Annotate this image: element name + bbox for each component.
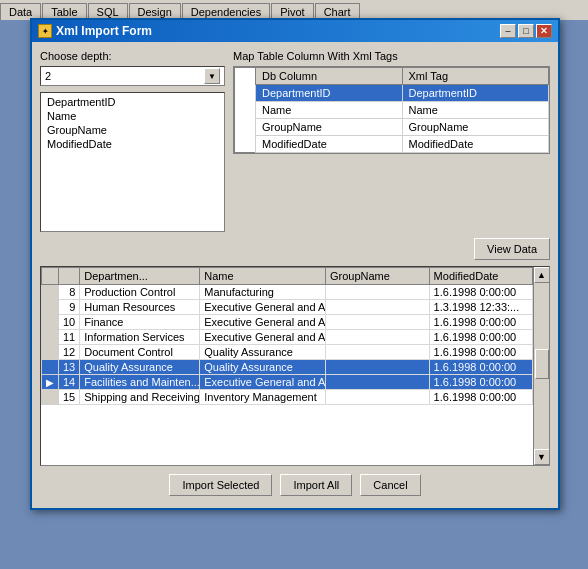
import-selected-button[interactable]: Import Selected: [169, 474, 272, 496]
row-indicator: [42, 345, 59, 360]
row-group: Executive General and A...: [200, 315, 326, 330]
grid-header-id: [59, 268, 80, 285]
data-grid[interactable]: Departmen... Name GroupName ModifiedDate…: [41, 267, 533, 465]
scroll-down-button[interactable]: ▼: [534, 449, 550, 465]
db-col-value: Name: [256, 102, 403, 119]
grid-table: Departmen... Name GroupName ModifiedDate…: [41, 267, 533, 405]
row-indicator: [42, 300, 59, 315]
map-label: Map Table Column With Xml Tags: [233, 50, 550, 62]
row-date: 1.6.1998 0:00:00: [429, 360, 532, 375]
table-row[interactable]: 9 Human Resources Executive General and …: [42, 300, 533, 315]
combo-arrow-icon[interactable]: ▼: [204, 68, 220, 84]
map-row[interactable]: ▶ DepartmentID DepartmentID: [235, 85, 549, 102]
row-name: Document Control: [80, 345, 200, 360]
grid-header-row: Departmen... Name GroupName ModifiedDate: [42, 268, 533, 285]
map-row[interactable]: GroupName GroupName: [235, 119, 549, 136]
map-table-container: Db Column Xml Tag ▶ DepartmentID Departm…: [233, 66, 550, 154]
right-panel: Map Table Column With Xml Tags Db Column…: [233, 50, 550, 232]
row-indicator: [42, 390, 59, 405]
depth-combo[interactable]: 2 ▼: [40, 66, 225, 86]
xml-tag-header: Xml Tag: [402, 68, 549, 85]
row-indicator: [42, 360, 59, 375]
map-row[interactable]: Name Name: [235, 102, 549, 119]
row-date: 1.6.1998 0:00:00: [429, 285, 532, 300]
list-item[interactable]: GroupName: [45, 123, 220, 137]
row-group: Executive General and A...: [200, 375, 326, 390]
row-name: Production Control: [80, 285, 200, 300]
row-date: 1.3.1998 12:33:...: [429, 300, 532, 315]
grid-wrapper: Departmen... Name GroupName ModifiedDate…: [41, 267, 549, 465]
vertical-scrollbar[interactable]: ▲ ▼: [533, 267, 549, 465]
grid-header-groupname: GroupName: [325, 268, 429, 285]
table-row[interactable]: 12 Document Control Quality Assurance 1.…: [42, 345, 533, 360]
bottom-buttons: Import Selected Import All Cancel: [40, 466, 550, 500]
row-group: Quality Assurance: [200, 360, 326, 375]
xml-import-dialog: ✦ Xml Import Form – □ ✕ Choose depth: 2 …: [30, 18, 560, 510]
data-grid-container: Departmen... Name GroupName ModifiedDate…: [40, 266, 550, 466]
row-group: Inventory Management: [200, 390, 326, 405]
row-arrow-header: [235, 68, 256, 85]
table-row[interactable]: 13 Quality Assurance Quality Assurance 1…: [42, 360, 533, 375]
row-name: Shipping and Receiving: [80, 390, 200, 405]
xml-tag-value: DepartmentID: [402, 85, 549, 102]
cancel-button[interactable]: Cancel: [360, 474, 420, 496]
maximize-button[interactable]: □: [518, 24, 534, 38]
db-col-value: GroupName: [256, 119, 403, 136]
grid-header-date: ModifiedDate: [429, 268, 532, 285]
row-date: 1.6.1998 0:00:00: [429, 345, 532, 360]
table-row[interactable]: 10 Finance Executive General and A... 1.…: [42, 315, 533, 330]
row-id: 15: [59, 390, 80, 405]
map-row[interactable]: ModifiedDate ModifiedDate: [235, 136, 549, 153]
row-name: Finance: [80, 315, 200, 330]
list-item[interactable]: ModifiedDate: [45, 137, 220, 151]
grid-header-name: Departmen...: [80, 268, 200, 285]
db-col-value: DepartmentID: [256, 85, 403, 102]
row-group: Quality Assurance: [200, 345, 326, 360]
row-name: Quality Assurance: [80, 360, 200, 375]
table-row[interactable]: 15 Shipping and Receiving Inventory Mana…: [42, 390, 533, 405]
row-id: 8: [59, 285, 80, 300]
row-name: Facilities and Mainten...: [80, 375, 200, 390]
top-section: Choose depth: 2 ▼ DepartmentID Name Grou…: [40, 50, 550, 232]
import-all-button[interactable]: Import All: [280, 474, 352, 496]
dialog-title-bar: ✦ Xml Import Form – □ ✕: [32, 20, 558, 42]
depth-label: Choose depth:: [40, 50, 225, 62]
row-indicator: [235, 119, 256, 136]
scroll-up-button[interactable]: ▲: [534, 267, 550, 283]
row-id: 12: [59, 345, 80, 360]
list-item[interactable]: DepartmentID: [45, 95, 220, 109]
table-row[interactable]: 8 Production Control Manufacturing 1.6.1…: [42, 285, 533, 300]
row-indicator: [42, 285, 59, 300]
close-button[interactable]: ✕: [536, 24, 552, 38]
dialog-title: Xml Import Form: [56, 24, 152, 38]
row-group: Executive General and A...: [200, 300, 326, 315]
row-groupname: [325, 315, 429, 330]
row-indicator: [42, 330, 59, 345]
row-group: Executive General and A...: [200, 330, 326, 345]
row-date: 1.6.1998 0:00:00: [429, 390, 532, 405]
xml-tag-value: ModifiedDate: [402, 136, 549, 153]
map-table: Db Column Xml Tag ▶ DepartmentID Departm…: [234, 67, 549, 153]
row-indicator: ▶: [235, 85, 256, 102]
row-name: Information Services: [80, 330, 200, 345]
row-date: 1.6.1998 0:00:00: [429, 375, 532, 390]
row-groupname: [325, 390, 429, 405]
db-column-header: Db Column: [256, 68, 403, 85]
row-groupname: [325, 375, 429, 390]
list-item[interactable]: Name: [45, 109, 220, 123]
table-row[interactable]: ▶ 14 Facilities and Mainten... Executive…: [42, 375, 533, 390]
dialog-content: Choose depth: 2 ▼ DepartmentID Name Grou…: [32, 42, 558, 508]
xml-tag-value: Name: [402, 102, 549, 119]
row-id: 9: [59, 300, 80, 315]
row-indicator: [235, 102, 256, 119]
row-id: 13: [59, 360, 80, 375]
row-indicator: ▶: [42, 375, 59, 390]
view-data-button[interactable]: View Data: [474, 238, 550, 260]
minimize-button[interactable]: –: [500, 24, 516, 38]
row-groupname: [325, 330, 429, 345]
scroll-track[interactable]: [534, 283, 550, 449]
row-indicator: [42, 315, 59, 330]
table-row[interactable]: 11 Information Services Executive Genera…: [42, 330, 533, 345]
fields-list[interactable]: DepartmentID Name GroupName ModifiedDate: [40, 92, 225, 232]
scroll-thumb[interactable]: [535, 349, 549, 379]
